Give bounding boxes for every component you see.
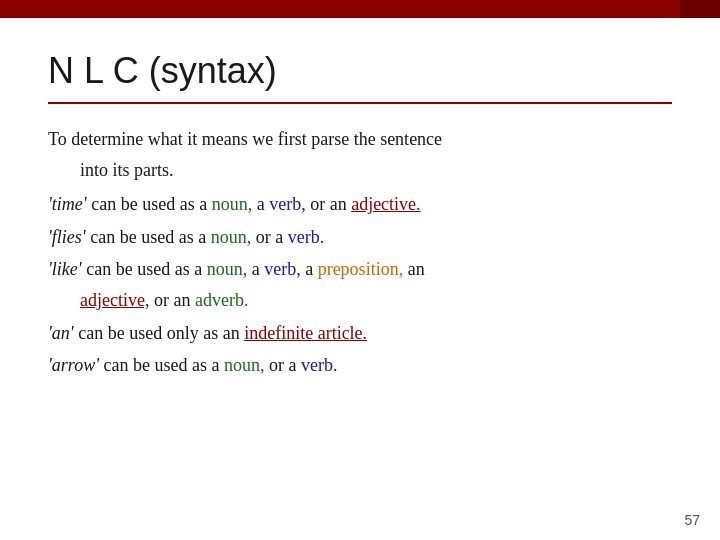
an-line: 'an' can be used only as an indefinite a…: [48, 318, 672, 349]
word-time: 'time': [48, 194, 87, 214]
arrow-plain: can be used as a: [99, 355, 224, 375]
like-line: 'like' can be used as a noun, a verb, a …: [48, 254, 672, 315]
like-adjective: adjective,: [80, 290, 149, 310]
time-line: 'time' can be used as a noun, a verb, or…: [48, 189, 672, 220]
word-an: 'an': [48, 323, 74, 343]
slide-content: N L C (syntax) To determine what it mean…: [0, 18, 720, 540]
arrow-line: 'arrow' can be used as a noun, or a verb…: [48, 350, 672, 381]
arrow-verb: verb.: [301, 355, 337, 375]
like-plain: can be used as a: [82, 259, 207, 279]
flies-verb: verb.: [288, 227, 324, 247]
word-arrow: 'arrow': [48, 355, 99, 375]
page-number: 57: [684, 512, 700, 528]
word-flies: 'flies': [48, 227, 86, 247]
intro-line2: into its parts.: [80, 155, 174, 186]
slide-title: N L C (syntax): [48, 50, 672, 92]
word-like: 'like': [48, 259, 82, 279]
like-preposition: preposition,: [318, 259, 404, 279]
like-noun: noun,: [207, 259, 248, 279]
top-bar: [0, 0, 720, 18]
like-verb: verb,: [264, 259, 300, 279]
time-adjective: adjective.: [351, 194, 420, 214]
intro-line1: To determine what it means we first pars…: [48, 129, 442, 149]
like-adverb: adverb.: [195, 290, 248, 310]
an-plain: can be used only as an: [74, 323, 244, 343]
time-plain: can be used as a: [87, 194, 212, 214]
title-divider: [48, 102, 672, 104]
flies-noun: noun,: [211, 227, 252, 247]
top-bar-accent: [680, 0, 720, 18]
flies-line: 'flies' can be used as a noun, or a verb…: [48, 222, 672, 253]
intro-paragraph: To determine what it means we first pars…: [48, 124, 672, 185]
slide: N L C (syntax) To determine what it mean…: [0, 0, 720, 540]
arrow-noun: noun,: [224, 355, 265, 375]
an-article: indefinite article.: [244, 323, 367, 343]
flies-plain: can be used as a: [86, 227, 211, 247]
time-verb: verb,: [269, 194, 305, 214]
body-text: To determine what it means we first pars…: [48, 124, 672, 381]
time-noun: noun,: [212, 194, 253, 214]
